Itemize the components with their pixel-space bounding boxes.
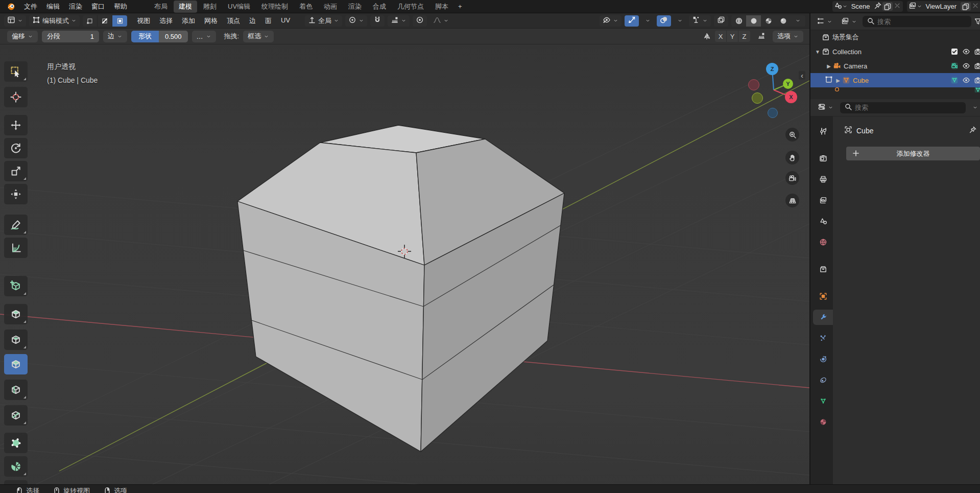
outliner-search-input[interactable] <box>877 18 967 26</box>
gizmo-neg-z[interactable] <box>768 108 778 118</box>
workspace-tab-sculpting[interactable]: 雕刻 <box>198 1 222 13</box>
sidebar-toggle[interactable]: ‹ <box>799 71 805 80</box>
tool-annotate[interactable] <box>4 215 28 235</box>
gizmo-z[interactable]: Z <box>766 63 778 75</box>
workspace-tab-shading[interactable]: 着色 <box>294 1 318 13</box>
tool-transform[interactable] <box>4 184 28 204</box>
nav-pan-button[interactable] <box>785 151 799 165</box>
snap-toggle[interactable] <box>370 15 385 27</box>
eye-icon[interactable] <box>962 48 970 56</box>
properties-tab-particles[interactable] <box>813 331 833 346</box>
viewlayer-name[interactable]: ViewLayer <box>922 3 960 10</box>
chevron-down-icon[interactable] <box>851 19 857 25</box>
add-modifier-button[interactable]: 添加修改器 <box>846 147 980 160</box>
checkbox-icon[interactable] <box>950 48 959 56</box>
camera-toggle-icon[interactable] <box>974 62 980 70</box>
topbar-menu-window[interactable]: 窗口 <box>87 1 109 12</box>
chevron-down-icon[interactable] <box>443 18 449 24</box>
topbar-menu-file[interactable]: 文件 <box>19 1 42 12</box>
outliner-row-collection[interactable]: ▼Collection <box>810 44 980 59</box>
outliner-row-clipped-row[interactable] <box>810 87 980 92</box>
viewport-canvas[interactable]: 用户透视 (1) Cube | Cube ZYX ‹ <box>0 44 809 484</box>
properties-tab-constraints[interactable] <box>813 372 833 388</box>
properties-tab-material[interactable] <box>813 414 833 430</box>
workspace-tab-geometry-nodes[interactable]: 几何节点 <box>392 1 429 13</box>
scene-selector[interactable]: Scene <box>832 1 903 12</box>
tool-measure[interactable] <box>4 238 28 258</box>
overlays-dropdown[interactable] <box>674 15 686 27</box>
scene-name[interactable]: Scene <box>848 3 874 10</box>
properties-tab-tool[interactable] <box>813 124 833 139</box>
chevron-down-icon[interactable] <box>645 18 651 24</box>
outliner-row-scene-collection[interactable]: 场景集合 <box>810 30 980 44</box>
chevron-down-icon[interactable] <box>71 18 77 24</box>
pivot-point[interactable] <box>345 15 367 27</box>
gizmo-neg-y[interactable] <box>752 92 763 104</box>
options-dropdown[interactable]: 选项 <box>773 31 803 42</box>
workspace-tab-rendering[interactable]: 渲染 <box>343 1 367 13</box>
more-options-dropdown[interactable]: … <box>192 31 216 42</box>
shading-dropdown[interactable] <box>791 15 805 27</box>
select-mode-edge[interactable] <box>98 15 112 27</box>
disclosure-closed-icon[interactable]: ▶ <box>834 78 842 83</box>
eye-icon[interactable] <box>962 76 970 84</box>
viewport-menu-uv[interactable]: UV <box>276 15 295 27</box>
shading-solid-button[interactable] <box>746 15 761 27</box>
viewport-menu-view[interactable]: 视图 <box>132 15 155 27</box>
chevron-down-icon[interactable] <box>401 18 407 24</box>
shading-material-button[interactable] <box>761 15 776 27</box>
tool-poly-build[interactable] <box>4 433 28 453</box>
camera-toggle-icon[interactable] <box>974 48 980 56</box>
workspace-tab-texture-paint[interactable]: 纹理绘制 <box>256 1 293 13</box>
chevron-down-icon[interactable] <box>613 18 618 24</box>
blender-logo-icon[interactable] <box>7 3 15 11</box>
properties-tab-physics[interactable] <box>813 351 833 367</box>
outliner-row-cube[interactable]: ▶Cube <box>810 73 980 87</box>
tool-cursor[interactable] <box>4 87 28 107</box>
tool-rotate[interactable] <box>4 138 28 158</box>
viewport-menu-edge[interactable]: 边 <box>245 15 260 27</box>
show-overlays-toggle[interactable] <box>657 15 671 27</box>
chevron-down-icon[interactable] <box>17 18 23 24</box>
gizmo-x[interactable]: X <box>785 91 797 103</box>
tool-partial-tool[interactable] <box>4 480 28 484</box>
segments-field[interactable]: 分段 1 <box>42 31 99 42</box>
gizmo-stand-toggle[interactable] <box>689 15 711 27</box>
shading-wireframe-button[interactable] <box>731 15 746 27</box>
properties-tab-view-layer[interactable] <box>813 193 833 208</box>
proportional-edit-toggle[interactable] <box>413 15 427 27</box>
topbar-menu-help[interactable]: 帮助 <box>109 1 132 12</box>
tool-knife[interactable] <box>4 405 28 426</box>
camera-toggle-icon[interactable] <box>974 76 980 84</box>
viewlayer-selector[interactable]: ViewLayer <box>907 1 980 12</box>
select-mode-face[interactable] <box>112 15 127 27</box>
chevron-down-icon[interactable] <box>842 4 848 9</box>
axis-toggle-z[interactable]: Z <box>738 31 750 42</box>
show-gizmo-toggle[interactable] <box>625 15 639 27</box>
chevron-down-icon[interactable] <box>206 34 211 39</box>
shape-slider[interactable]: 形状 0.500 <box>131 31 188 42</box>
properties-search-input[interactable] <box>855 104 962 111</box>
properties-tab-object-data[interactable] <box>813 393 833 409</box>
navigation-gizmo[interactable]: ZYX <box>742 61 802 122</box>
tool-tweak-select[interactable] <box>4 61 28 82</box>
properties-tab-scene[interactable] <box>813 214 833 229</box>
properties-tab-render[interactable] <box>813 151 833 166</box>
topbar-menu-render[interactable]: 渲染 <box>64 1 87 12</box>
proportional-falloff[interactable] <box>430 15 452 27</box>
outliner-search[interactable] <box>863 16 971 27</box>
chevron-down-icon[interactable] <box>827 19 832 25</box>
snap-base-button[interactable] <box>754 31 769 42</box>
properties-tab-world[interactable] <box>813 234 833 250</box>
viewport-menu-face[interactable]: 面 <box>260 15 276 27</box>
properties-tab-modifiers[interactable] <box>813 310 833 325</box>
workspace-tab-uv-editing[interactable]: UV编辑 <box>223 1 255 13</box>
chevron-down-icon[interactable] <box>972 105 978 110</box>
chevron-down-icon[interactable] <box>917 4 922 9</box>
editor-type-button[interactable] <box>4 15 26 27</box>
transform-orientation[interactable]: 全局 <box>305 15 342 27</box>
snap-settings[interactable] <box>388 15 410 27</box>
chevron-down-icon[interactable] <box>117 34 123 39</box>
properties-options-dropdown[interactable] <box>969 102 980 113</box>
offset-dropdown[interactable]: 偏移 <box>7 31 38 42</box>
